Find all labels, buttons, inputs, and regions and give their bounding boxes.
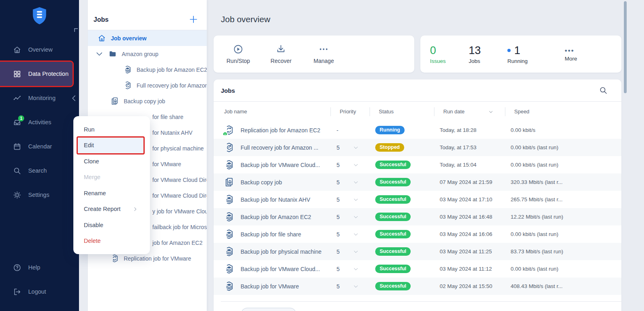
tree-item-label: Amazon group (122, 51, 158, 57)
app-logo-shield-icon (31, 6, 48, 25)
sidebar: OverviewData ProtectionMonitoring1Activi… (0, 0, 79, 311)
sidebar-item-help[interactable]: Help (0, 255, 79, 280)
priority-dropdown-icon[interactable] (353, 232, 359, 237)
menu-item-clone[interactable]: Clone (73, 153, 150, 169)
sidebar-item-overview[interactable]: Overview (0, 38, 79, 62)
cell-job-name: Backup job for Amazon EC2 (214, 212, 330, 222)
stat-value: 0 (430, 44, 449, 57)
replication-icon (110, 254, 119, 263)
column-header-speed[interactable]: Speed (505, 107, 621, 116)
running-play-badge-icon (222, 131, 228, 135)
tree-item-backup-job-for-amazon-ec2[interactable]: Backup job for Amazon EC2 (88, 62, 207, 77)
sidebar-item-label: Help (28, 264, 40, 271)
sidebar-item-search[interactable]: Search (0, 159, 79, 183)
priority-value: - (337, 127, 339, 134)
tree-item-backup-copy-job[interactable]: Backup copy job (88, 93, 207, 109)
job-name-label: Replication job for Amazon EC2 (241, 127, 320, 134)
cell-priority: 5 (330, 283, 370, 290)
run-date-value: 03 May 2024 at 11:25 (440, 248, 492, 255)
cell-status: Successful (370, 195, 434, 204)
show-more-button[interactable] (241, 308, 296, 311)
priority-dropdown-icon[interactable] (353, 162, 359, 168)
menu-item-create-report[interactable]: Create Report (73, 201, 150, 217)
speed-value: 0.00 kbit/s (511, 127, 536, 133)
column-header-run-date[interactable]: Run date (434, 107, 505, 116)
job-context-menu: RunEditCloneMergeRenameCreate ReportDisa… (73, 116, 150, 254)
speed-value: 408.43 Mbit/s (last r... (511, 283, 563, 289)
stats-more-label: More (565, 56, 577, 62)
cell-run-date: 02 May 2024 at 15:50 (434, 283, 505, 289)
status-badge: Stopped (375, 143, 404, 152)
priority-dropdown-icon[interactable] (353, 197, 359, 202)
cell-status: Successful (370, 282, 434, 290)
table-row-backup-job-for-vmware-cloud[interactable]: Backup job for VMware Cloud...5Successfu… (214, 260, 621, 278)
table-row-backup-job-for-amazon-ec2[interactable]: Backup job for Amazon EC25Successful03 M… (214, 208, 621, 225)
job-stats: 0Issues13Jobs1Running (430, 44, 528, 64)
jobs-tree-header: Jobs (88, 0, 207, 30)
menu-item-disable[interactable]: Disable (73, 217, 150, 233)
column-header-priority[interactable]: Priority (330, 107, 370, 116)
sidebar-item-settings[interactable]: Settings (0, 183, 79, 207)
sidebar-item-activities[interactable]: 1Activities (0, 110, 79, 134)
cell-run-date: 03 May 2024 at 11:25 (434, 248, 505, 255)
priority-value: 5 (337, 162, 340, 168)
table-row-full-recovery-job-for-amazon[interactable]: Full recovery job for Amazon ...5Stopped… (214, 139, 621, 156)
menu-item-label: Disable (84, 222, 103, 228)
running-dot-icon (507, 49, 511, 52)
speed-value: 265.75 Mbit/s (last r... (511, 196, 563, 202)
priority-dropdown-icon[interactable] (353, 145, 359, 150)
cell-speed: 320.33 Mbit/s (last r... (505, 179, 621, 185)
search-icon (13, 167, 21, 175)
tree-item-full-recovery-job-for-amazon-e[interactable]: Full recovery job for Amazon E (88, 77, 207, 93)
tree-item-label: failback job for Microso (152, 224, 207, 230)
menu-item-label: Rename (84, 190, 106, 196)
recover-button[interactable]: Recover (269, 44, 293, 64)
menu-item-label: Clone (84, 158, 99, 165)
sidebar-item-calendar[interactable]: Calendar (0, 134, 79, 159)
vertical-scrollbar[interactable] (624, 1, 627, 93)
search-icon[interactable] (599, 86, 608, 95)
run-date-value: Today, at 15:04 (440, 162, 476, 168)
menu-item-run[interactable]: Run (73, 121, 150, 138)
sidebar-item-monitoring[interactable]: Monitoring (0, 86, 79, 110)
stats-more-button[interactable]: ••• More (565, 47, 577, 62)
table-row-replication-job-for-amazon-ec2[interactable]: Replication job for Amazon EC2-RunningTo… (214, 121, 621, 139)
column-header-job-name[interactable]: Job name (214, 107, 330, 116)
tree-item-job-overview[interactable]: Job overview (88, 30, 207, 46)
run-date-value: 03 May 2024 at 16:48 (440, 214, 492, 220)
table-row-backup-copy-job[interactable]: Backup copy job5Successful07 May 2024 at… (214, 173, 621, 191)
backup-icon (224, 246, 234, 257)
table-row-backup-job-for-physical-machine[interactable]: Backup job for physical machine5Successf… (214, 243, 621, 260)
manage-button[interactable]: Manage (312, 44, 335, 64)
job-name-label: Full recovery job for Amazon ... (241, 144, 318, 151)
table-row-backup-job-for-nutanix-ahv[interactable]: Backup job for Nutanix AHV5Successful03 … (214, 191, 621, 208)
table-row-backup-job-for-vmware[interactable]: Backup job for VMware5Successful02 May 2… (214, 278, 621, 295)
menu-item-edit[interactable]: Edit (78, 138, 143, 154)
priority-dropdown-icon[interactable] (353, 214, 359, 220)
menu-item-rename[interactable]: Rename (73, 185, 150, 201)
help-icon (13, 263, 21, 272)
sidebar-item-data-protection[interactable]: Data Protection (0, 62, 73, 86)
cell-run-date: Today, at 18:28 (434, 127, 505, 133)
priority-value: 5 (337, 214, 340, 220)
priority-dropdown-icon[interactable] (353, 180, 359, 185)
logout-icon (13, 288, 21, 296)
sidebar-collapse-icon[interactable] (74, 28, 78, 32)
menu-item-delete[interactable]: Delete (73, 233, 150, 249)
cell-priority: 5 (330, 266, 370, 272)
speed-value: 12.22 Mbit/s (last run) (511, 214, 563, 220)
tree-item-label: for physical machine (152, 145, 204, 152)
sidebar-item-logout[interactable]: Logout (0, 280, 79, 304)
column-header-label: Status (379, 109, 394, 115)
run-stop-button[interactable]: Run/Stop (226, 44, 250, 64)
add-job-button[interactable] (189, 15, 198, 24)
priority-dropdown-icon[interactable] (353, 284, 359, 289)
priority-dropdown-icon[interactable] (353, 266, 359, 272)
tree-item-amazon-group[interactable]: Amazon group (88, 46, 207, 62)
priority-dropdown-icon[interactable] (353, 249, 359, 255)
download-icon (276, 44, 286, 54)
speed-value: 0.00 kbit/s (last run) (511, 144, 559, 150)
table-row-backup-job-for-vmware-cloud[interactable]: Backup job for VMware Cloud...5Successfu… (214, 156, 621, 173)
table-row-backup-job-for-file-share[interactable]: Backup job for file share5Successful03 M… (214, 225, 621, 243)
column-header-status[interactable]: Status (370, 107, 434, 116)
